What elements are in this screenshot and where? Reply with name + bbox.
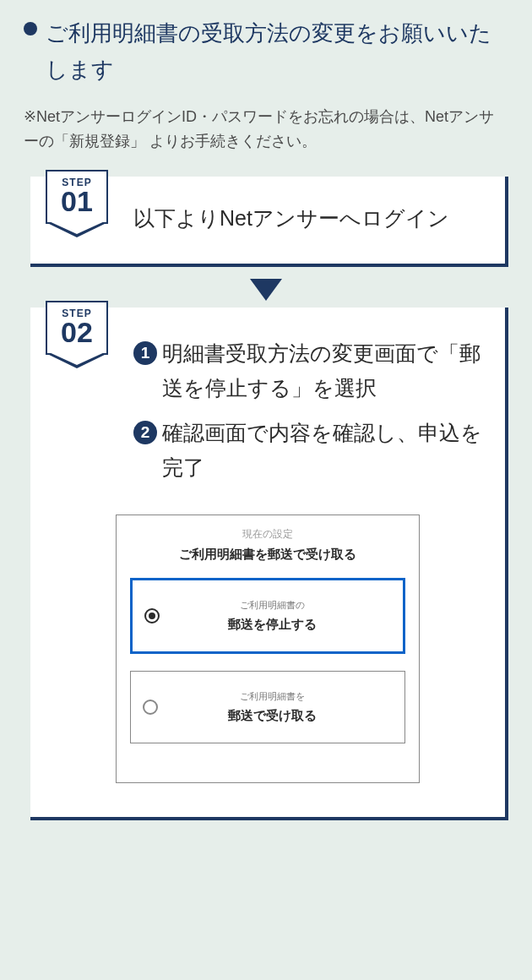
option-main-label: 郵送で受け取る <box>148 708 396 724</box>
step-tag-num: 02 <box>47 318 106 346</box>
step-tag-num: 01 <box>47 187 106 215</box>
radio-icon <box>144 608 160 623</box>
page-heading: ご利用明細書の受取方法の変更をお願いいたします <box>24 15 508 88</box>
option-receive-by-mail[interactable]: ご利用明細書を 郵送で受け取る <box>130 671 405 743</box>
option-sub-label: ご利用明細書を <box>148 690 396 703</box>
step2-list: 1 明細書受取方法の変更画面で「郵送を停止する」を選択 2 確認画面で内容を確認… <box>133 331 488 486</box>
arrow-down-icon <box>250 279 282 301</box>
option-main-label: 郵送を停止する <box>149 617 394 633</box>
radio-icon <box>143 700 158 715</box>
heading-text: ご利用明細書の受取方法の変更をお願いいたします <box>46 15 508 88</box>
current-setting-value: ご利用明細書を郵送で受け取る <box>130 547 405 563</box>
list-item: 2 確認画面で内容を確認し、申込を完了 <box>133 416 488 486</box>
step1-text: 以下よりNetアンサーへログイン <box>133 200 488 237</box>
option-stop-mailing[interactable]: ご利用明細書の 郵送を停止する <box>130 578 405 654</box>
option-sub-label: ご利用明細書の <box>149 599 394 612</box>
settings-screenshot: 現在の設定 ご利用明細書を郵送で受け取る ご利用明細書の 郵送を停止する ご利用… <box>116 514 420 783</box>
list-item: 1 明細書受取方法の変更画面で「郵送を停止する」を選択 <box>133 336 488 406</box>
step-tag-02: STEP 02 <box>46 301 108 355</box>
step-tag-01: STEP 01 <box>46 170 108 224</box>
circled-number-icon: 1 <box>133 341 157 365</box>
step-card-02: STEP 02 1 明細書受取方法の変更画面で「郵送を停止する」を選択 2 確認… <box>30 308 508 820</box>
list-item-text: 確認画面で内容を確認し、申込を完了 <box>162 416 488 486</box>
step-card-01: STEP 01 以下よりNetアンサーへログイン <box>30 177 508 267</box>
bullet-icon <box>24 22 37 35</box>
current-setting-label: 現在の設定 <box>130 527 405 542</box>
note-text: ※NetアンサーログインID・パスワードをお忘れの場合は、Netアンサーの「新規… <box>24 105 508 155</box>
list-item-text: 明細書受取方法の変更画面で「郵送を停止する」を選択 <box>162 336 488 406</box>
circled-number-icon: 2 <box>133 421 157 444</box>
